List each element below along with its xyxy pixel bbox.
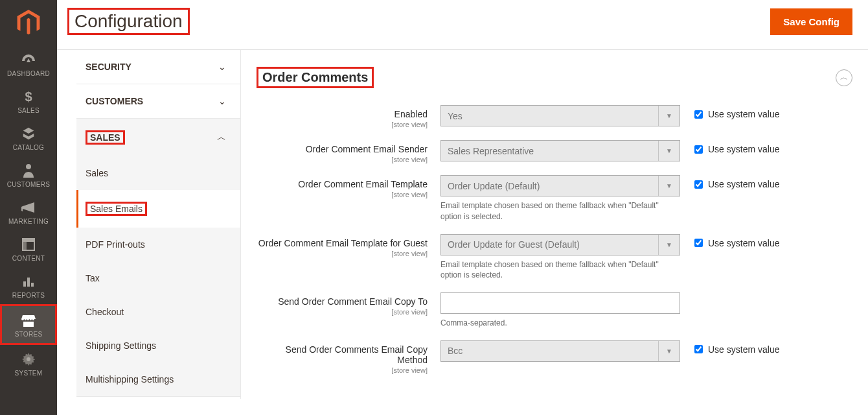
svg-rect-5 — [27, 278, 30, 287]
enabled-use-system-checkbox[interactable] — [694, 110, 703, 119]
caret-down-icon: ▼ — [658, 341, 680, 361]
caret-down-icon: ▼ — [658, 141, 680, 161]
magento-logo — [0, 0, 57, 45]
template-guest-use-system-checkbox[interactable] — [694, 239, 703, 247]
copy-method-select: Bcc ▼ — [440, 340, 680, 362]
svg-rect-6 — [31, 283, 34, 287]
magento-logo-icon — [17, 10, 40, 36]
dollar-icon: $ — [25, 89, 32, 104]
sender-select: Sales Representative ▼ — [440, 140, 680, 161]
sidebar-group-security[interactable]: SECURITY ⌄ — [76, 50, 240, 84]
field-enabled: Enabled [store view] Yes ▼ Use system va… — [257, 105, 852, 128]
subnav-shipping-settings[interactable]: Shipping Settings — [76, 329, 240, 362]
nav-stores[interactable]: STORES — [0, 304, 57, 345]
sender-use-system-checkbox[interactable] — [694, 145, 703, 154]
field-copy-to: Send Order Comment Email Copy To [store … — [257, 292, 852, 329]
nav-marketing[interactable]: MARKETING — [0, 193, 57, 230]
page: Configuration Save Config SECURITY ⌄ CUS… — [57, 0, 868, 399]
sidebar-group-customers[interactable]: CUSTOMERS ⌄ — [76, 84, 240, 119]
reports-icon — [22, 274, 35, 289]
config-sidebar: SECURITY ⌄ CUSTOMERS ⌄ SALES ︿ — [57, 50, 241, 399]
page-title: Configuration — [67, 8, 190, 35]
chevron-up-icon: ︿ — [840, 72, 848, 83]
section-header: Order Comments ︿ — [257, 67, 852, 88]
subnav-pdf-printouts[interactable]: PDF Print-outs — [76, 228, 240, 261]
field-template-guest: Order Comment Email Template for Guest [… — [257, 234, 852, 281]
template-select: Order Update (Default) ▼ — [440, 175, 680, 196]
field-template: Order Comment Email Template [store view… — [257, 175, 852, 222]
save-config-button[interactable]: Save Config — [770, 8, 852, 35]
field-sender: Order Comment Email Sender [store view] … — [257, 140, 852, 163]
system-icon — [22, 351, 35, 367]
stores-icon — [21, 313, 36, 328]
nav-reports[interactable]: REPORTS — [0, 267, 57, 304]
chevron-up-icon: ︿ — [217, 132, 226, 143]
enabled-select: Yes ▼ — [440, 105, 680, 126]
template-guest-select: Order Update for Guest (Default) ▼ — [440, 234, 680, 255]
chevron-down-icon: ⌄ — [218, 62, 226, 72]
section-title: Order Comments — [257, 67, 374, 88]
nav-catalog[interactable]: CATALOG — [0, 119, 57, 156]
sidebar-group-sales: SALES ︿ Sales Sales Emails PDF Print-out… — [76, 119, 240, 397]
svg-point-0 — [26, 164, 31, 169]
svg-rect-2 — [23, 239, 34, 242]
marketing-icon — [21, 200, 36, 215]
catalog-icon — [21, 126, 36, 141]
chevron-down-icon: ⌄ — [218, 96, 226, 106]
svg-rect-4 — [23, 281, 26, 287]
nav-system[interactable]: SYSTEM — [0, 345, 57, 382]
subnav-tax[interactable]: Tax — [76, 261, 240, 295]
content: SECURITY ⌄ CUSTOMERS ⌄ SALES ︿ — [57, 50, 868, 399]
copy-method-use-system-checkbox[interactable] — [694, 345, 703, 353]
caret-down-icon: ▼ — [658, 106, 680, 126]
nav-customers[interactable]: CUSTOMERS — [0, 156, 57, 193]
nav-dashboard[interactable]: DASHBOARD — [0, 45, 57, 82]
subnav-sales-emails[interactable]: Sales Emails — [76, 190, 240, 228]
collapse-section-button[interactable]: ︿ — [836, 69, 852, 86]
page-header: Configuration Save Config — [57, 0, 868, 50]
caret-down-icon: ▼ — [658, 176, 680, 196]
admin-sidebar: DASHBOARD $ SALES CATALOG CUSTOMERS MARK… — [0, 0, 57, 399]
subnav-checkout[interactable]: Checkout — [76, 295, 240, 329]
template-use-system-checkbox[interactable] — [694, 180, 703, 189]
copy-to-input[interactable] — [440, 292, 680, 314]
form-panel: Order Comments ︿ Enabled [store view] Ye… — [241, 50, 868, 399]
dashboard-icon — [21, 52, 36, 67]
nav-content[interactable]: CONTENT — [0, 230, 57, 267]
customers-icon — [23, 163, 34, 178]
subnav-sales[interactable]: Sales — [76, 156, 240, 190]
caret-down-icon: ▼ — [658, 235, 680, 255]
subnav-multishipping[interactable]: Multishipping Settings — [76, 362, 240, 396]
field-copy-method: Send Order Comments Email Copy Method [s… — [257, 340, 852, 374]
nav-sales[interactable]: $ SALES — [0, 82, 57, 119]
content-icon — [22, 237, 35, 252]
svg-rect-3 — [23, 242, 27, 250]
